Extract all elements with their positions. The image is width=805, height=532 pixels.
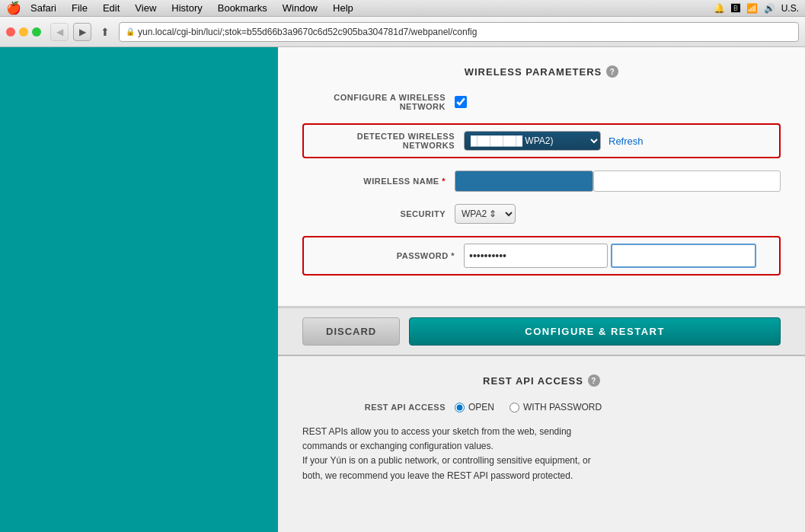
browser-toolbar: ◀ ▶ ⬆ 🔒 yun.local/cgi-bin/luci/;stok=b55… <box>0 17 805 47</box>
notification-icon: 🔔 <box>714 3 725 14</box>
password-required: * <box>451 251 455 260</box>
menu-safari[interactable]: Safari <box>27 2 59 14</box>
wireless-name-input[interactable] <box>455 170 593 192</box>
configure-wireless-label: CONFIGURE A WIRELESS NETWORK <box>302 93 455 111</box>
rest-desc-line4: both, we recommend you leave the REST AP… <box>302 470 573 481</box>
rest-title-text: REST API ACCESS <box>483 375 583 387</box>
rest-password-radio[interactable] <box>510 403 519 413</box>
minimize-button[interactable] <box>19 27 28 37</box>
wifi-icon: 📶 <box>746 3 758 14</box>
lock-icon: 🔒 <box>126 27 135 36</box>
bluetooth-icon: 🅱 <box>731 3 740 14</box>
share-button[interactable]: ⬆ <box>96 23 114 41</box>
menu-file[interactable]: File <box>69 2 91 14</box>
menu-help[interactable]: Help <box>330 2 356 14</box>
menu-bookmarks[interactable]: Bookmarks <box>215 2 270 14</box>
menu-window[interactable]: Window <box>280 2 321 14</box>
rest-open-label: OPEN <box>468 402 494 413</box>
address-text: yun.local/cgi-bin/luci/;stok=b55d66b3a96… <box>138 27 477 37</box>
wireless-section-title: WIRELESS PARAMETERS ? <box>302 65 781 78</box>
discard-button[interactable]: DISCARD <box>302 317 400 346</box>
rest-open-radio[interactable] <box>455 403 465 413</box>
menubar-right-icons: 🔔 🅱 📶 🔊 U.S. <box>714 3 799 14</box>
address-bar[interactable]: 🔒 yun.local/cgi-bin/luci/;stok=b55d66b3a… <box>119 22 799 42</box>
rest-password-label: WITH PASSWORD <box>523 402 602 413</box>
detected-networks-row: DETECTED WIRELESS NETWORKS ████████ WPA2… <box>302 123 781 158</box>
wireless-name-row: WIRELESS NAME * <box>302 170 781 192</box>
refresh-link[interactable]: Refresh <box>609 135 644 147</box>
traffic-lights <box>6 27 41 37</box>
security-label: SECURITY <box>302 209 455 218</box>
rest-section: REST API ACCESS ? REST API ACCESS OPEN W… <box>278 356 805 502</box>
password-label: PASSWORD * <box>311 251 464 260</box>
forward-button[interactable]: ▶ <box>73 23 91 41</box>
rest-password-option[interactable]: WITH PASSWORD <box>510 402 602 413</box>
password-confirm-input[interactable] <box>611 244 756 268</box>
detected-networks-label: DETECTED WIRELESS NETWORKS <box>311 132 464 150</box>
action-bar: DISCARD CONFIGURE & RESTART <box>278 307 805 356</box>
security-select[interactable]: WPA2 ⇕ <box>455 204 516 224</box>
rest-desc-line3: If your Yún is on a public network, or c… <box>302 455 591 466</box>
menu-items: Safari File Edit View History Bookmarks … <box>27 2 356 14</box>
wireless-name-label: WIRELESS NAME * <box>302 177 455 186</box>
sidebar <box>0 47 278 532</box>
menu-view[interactable]: View <box>132 2 159 14</box>
menu-history[interactable]: History <box>168 2 205 14</box>
rest-radio-group: OPEN WITH PASSWORD <box>455 402 602 413</box>
configure-wireless-checkbox[interactable] <box>455 96 467 108</box>
configure-restart-button[interactable]: CONFIGURE & RESTART <box>409 317 781 346</box>
rest-description: REST APIs allow you to access your sketc… <box>302 425 729 483</box>
rest-desc-line1: REST APIs allow you to access your sketc… <box>302 426 571 437</box>
rest-open-option[interactable]: OPEN <box>455 402 494 413</box>
configure-wireless-row: CONFIGURE A WIRELESS NETWORK <box>302 93 781 111</box>
rest-desc-line2: commands or exchanging configuration val… <box>302 441 494 451</box>
locale-label: U.S. <box>781 3 799 14</box>
wireless-name-required: * <box>442 177 446 186</box>
rest-access-row: REST API ACCESS OPEN WITH PASSWORD <box>302 402 781 413</box>
network-select[interactable]: ████████ WPA2) <box>464 131 601 151</box>
rest-section-title: REST API ACCESS ? <box>302 374 781 387</box>
mac-menubar: 🍎 Safari File Edit View History Bookmark… <box>0 0 805 17</box>
apple-menu[interactable]: 🍎 <box>6 1 21 15</box>
security-row: SECURITY WPA2 ⇕ <box>302 204 781 224</box>
wireless-help-icon[interactable]: ? <box>606 65 618 78</box>
rest-help-icon[interactable]: ? <box>588 374 600 387</box>
page-wrapper: WIRELESS PARAMETERS ? CONFIGURE A WIRELE… <box>0 47 805 532</box>
rest-access-label: REST API ACCESS <box>302 403 455 412</box>
wireless-title-text: WIRELESS PARAMETERS <box>465 66 602 78</box>
volume-icon: 🔊 <box>764 3 775 14</box>
maximize-button[interactable] <box>32 27 41 37</box>
password-row: PASSWORD * <box>302 236 781 276</box>
password-input[interactable] <box>464 244 608 268</box>
main-content: WIRELESS PARAMETERS ? CONFIGURE A WIRELE… <box>278 47 805 532</box>
close-button[interactable] <box>6 27 15 37</box>
back-button[interactable]: ◀ <box>50 23 69 41</box>
wireless-name-extra <box>593 170 781 192</box>
wireless-section: WIRELESS PARAMETERS ? CONFIGURE A WIRELE… <box>278 47 805 307</box>
menu-edit[interactable]: Edit <box>100 2 123 14</box>
